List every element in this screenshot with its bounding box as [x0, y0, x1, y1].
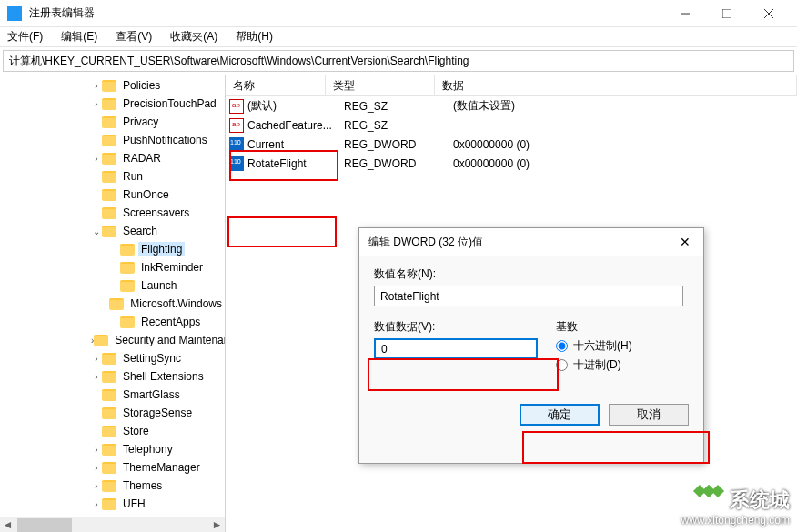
chevron-right-icon[interactable]: ›: [91, 463, 102, 473]
folder-icon: [102, 480, 116, 492]
cancel-button[interactable]: 取消: [609, 404, 689, 426]
hex-label: 十六进制(H): [573, 338, 632, 354]
cell-name: RotateFlight: [247, 157, 344, 170]
value-input[interactable]: [374, 338, 538, 359]
menu-file[interactable]: 文件(F): [4, 27, 46, 46]
highlight-box: [227, 216, 337, 247]
cell-type: REG_SZ: [344, 100, 453, 113]
tree-item[interactable]: SmartGlass: [0, 386, 225, 404]
tree-item[interactable]: Microsoft.Windows: [0, 295, 225, 313]
folder-icon: [102, 389, 116, 401]
tree-view[interactable]: ›Policies›PrecisionTouchPadPrivacyPushNo…: [0, 75, 226, 532]
folder-icon: [102, 226, 116, 237]
chevron-right-icon[interactable]: ›: [91, 99, 102, 109]
chevron-right-icon[interactable]: ›: [91, 372, 102, 382]
cell-name: Current: [247, 138, 344, 151]
tree-item[interactable]: Flighting: [0, 240, 225, 258]
folder-icon: [94, 335, 108, 346]
tree-item[interactable]: ›Themes: [0, 477, 225, 495]
tree-item[interactable]: ›PrecisionTouchPad: [0, 95, 225, 113]
menu-view[interactable]: 查看(V): [112, 27, 156, 46]
list-row[interactable]: CachedFeature...REG_SZ: [226, 115, 797, 135]
tree-item[interactable]: ›Telephony: [0, 440, 225, 458]
folder-icon: [109, 298, 124, 310]
address-bar[interactable]: 计算机\HKEY_CURRENT_USER\Software\Microsoft…: [3, 50, 794, 72]
tree-item[interactable]: RecentApps: [0, 313, 225, 331]
cell-name: (默认): [247, 98, 344, 114]
tree-item[interactable]: StorageSense: [0, 404, 225, 422]
chevron-right-icon[interactable]: ›: [91, 81, 102, 91]
folder-icon: [120, 244, 135, 256]
window-title: 注册表编辑器: [29, 5, 664, 21]
tree-item[interactable]: Privacy: [0, 113, 225, 131]
data-label: 数值数据(V):: [374, 319, 538, 335]
list-row[interactable]: CurrentREG_DWORD0x00000000 (0): [226, 135, 797, 154]
tree-item-label: Policies: [120, 78, 163, 93]
tree-item-label: PushNotifications: [120, 133, 210, 147]
maximize-button[interactable]: [706, 0, 748, 27]
scroll-right-icon[interactable]: ►: [209, 517, 225, 533]
folder-icon: [102, 498, 116, 510]
folder-icon: [120, 316, 135, 328]
cell-type: REG_DWORD: [344, 157, 453, 170]
chevron-right-icon[interactable]: ›: [91, 445, 102, 455]
tree-item[interactable]: ›ThemeManager: [0, 458, 225, 477]
folder-icon: [102, 116, 116, 128]
dialog-close-button[interactable]: ✕: [676, 235, 694, 249]
tree-item[interactable]: ›Policies: [0, 76, 225, 95]
tree-item-label: Security and Maintenance: [112, 333, 226, 347]
tree-item-label: Telephony: [120, 442, 176, 457]
tree-item-label: Run: [120, 169, 146, 184]
tree-item[interactable]: ›Security and Maintenance: [0, 331, 225, 349]
app-icon: [7, 6, 22, 21]
ok-button[interactable]: 确定: [520, 404, 600, 426]
dec-label: 十进制(D): [573, 357, 621, 373]
tree-item[interactable]: PushNotifications: [0, 131, 225, 149]
tree-item[interactable]: ›UFH: [0, 495, 225, 513]
chevron-right-icon[interactable]: ›: [91, 481, 102, 491]
col-type[interactable]: 类型: [326, 75, 435, 95]
tree-hscroll[interactable]: ◄ ►: [0, 517, 225, 532]
folder-icon: [102, 407, 116, 419]
cell-data: 0x00000000 (0): [453, 157, 797, 170]
tree-item-label: Privacy: [120, 115, 161, 129]
folder-icon: [102, 135, 116, 146]
tree-item[interactable]: RunOnce: [0, 186, 225, 204]
list-row[interactable]: RotateFlightREG_DWORD0x00000000 (0): [226, 154, 797, 173]
tree-item[interactable]: ›RADAR: [0, 149, 225, 167]
tree-item[interactable]: Run: [0, 167, 225, 186]
col-data[interactable]: 数据: [435, 75, 797, 95]
tree-item-label: StorageSense: [120, 406, 195, 420]
tree-item-label: Store: [120, 424, 152, 438]
col-name[interactable]: 名称: [226, 75, 326, 95]
tree-item-label: RecentApps: [138, 315, 203, 329]
scroll-left-icon[interactable]: ◄: [0, 517, 15, 533]
tree-item[interactable]: Store: [0, 422, 225, 440]
menu-favorites[interactable]: 收藏夹(A): [166, 27, 221, 46]
minimize-button[interactable]: [664, 0, 706, 27]
chevron-down-icon[interactable]: ⌄: [91, 226, 102, 236]
tree-item-label: InkReminder: [138, 260, 206, 275]
chevron-right-icon[interactable]: ›: [91, 499, 102, 509]
name-input[interactable]: [374, 286, 683, 306]
tree-item[interactable]: Launch: [0, 276, 225, 295]
radio-dec[interactable]: [556, 359, 568, 371]
chevron-right-icon[interactable]: ›: [91, 354, 102, 364]
menu-edit[interactable]: 编辑(E): [57, 27, 101, 46]
chevron-right-icon[interactable]: ›: [91, 154, 102, 164]
tree-item[interactable]: ⌄Search: [0, 222, 225, 240]
watermark: 系统城 www.xitongcheng.com: [681, 487, 790, 527]
tree-item[interactable]: ›Shell Extensions: [0, 367, 225, 386]
watermark-url: www.xitongcheng.com: [681, 514, 790, 527]
cell-name: CachedFeature...: [247, 119, 344, 132]
scroll-thumb[interactable]: [17, 518, 72, 532]
list-row[interactable]: (默认)REG_SZ(数值未设置): [226, 96, 797, 115]
menu-help[interactable]: 帮助(H): [232, 27, 277, 46]
tree-item[interactable]: ›SettingSync: [0, 349, 225, 367]
tree-item[interactable]: InkReminder: [0, 258, 225, 276]
tree-item[interactable]: Screensavers: [0, 204, 225, 222]
radio-hex[interactable]: [556, 340, 568, 352]
folder-icon: [102, 153, 116, 165]
tree-item-label: SmartGlass: [120, 387, 183, 402]
close-button[interactable]: [748, 0, 790, 27]
